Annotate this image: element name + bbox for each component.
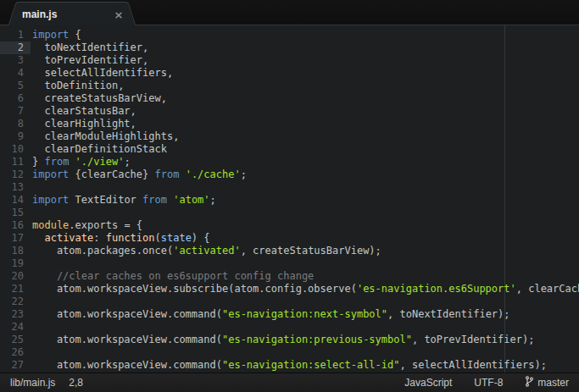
line-number[interactable]: 19 [0, 257, 31, 270]
grammar-selector[interactable]: JavaScript [404, 377, 452, 389]
code-text: atom.workspaceView.command("es-navigatio… [31, 359, 547, 372]
line-number[interactable]: 13 [0, 181, 31, 194]
line-number[interactable]: 20 [0, 270, 31, 283]
code-text: module.exports = { [31, 219, 142, 232]
code-text: activate: function(state) { [31, 232, 210, 245]
code-line[interactable]: 15 [0, 207, 579, 219]
code-text: clearDefinitionStack [31, 143, 167, 156]
cursor-position: 2,8 [69, 377, 83, 389]
code-text [31, 295, 32, 308]
code-text [31, 346, 32, 359]
code-line[interactable]: 26 [0, 346, 579, 359]
line-number[interactable]: 16 [0, 219, 31, 232]
line-number[interactable]: 1 [0, 29, 31, 41]
close-icon[interactable]: × [112, 8, 125, 20]
status-left: lib/main.js 2,8 [10, 377, 83, 389]
git-branch: master [525, 376, 569, 389]
line-number[interactable]: 14 [0, 194, 31, 207]
code-line[interactable]: 25 atom.workspaceView.command("es-naviga… [0, 334, 579, 346]
code-line[interactable]: 5 toDefinition, [0, 80, 579, 92]
code-line[interactable]: 8 clearHighlight, [0, 118, 579, 130]
line-number[interactable]: 11 [0, 156, 31, 168]
line-number[interactable]: 12 [0, 168, 31, 181]
code-line[interactable]: 19 [0, 257, 579, 270]
code-text: import { [31, 29, 81, 41]
line-number[interactable]: 22 [0, 295, 31, 308]
git-branch-icon [525, 376, 533, 389]
code-text [31, 207, 32, 219]
code-line[interactable]: 18 atom.packages.once('activated', creat… [0, 245, 579, 257]
code-text: import TextEditor from 'atom'; [31, 194, 216, 207]
line-number[interactable]: 5 [0, 80, 31, 92]
line-number[interactable]: 10 [0, 143, 31, 156]
code-line[interactable]: 10 clearDefinitionStack [0, 143, 579, 156]
code-text: atom.workspaceView.command("es-navigatio… [31, 334, 534, 346]
code-line[interactable]: 11} from './view'; [0, 156, 579, 168]
line-number[interactable]: 21 [0, 283, 31, 295]
code-text: toDefinition, [31, 80, 124, 92]
line-number[interactable]: 7 [0, 105, 31, 118]
tab-bar: main.js × [0, 0, 579, 25]
code-text: clearHighlight, [31, 118, 136, 130]
code-lines: 1import {2 toNextIdentifier,3 toPrevIden… [0, 29, 579, 372]
file-path: lib/main.js [10, 377, 55, 389]
code-line[interactable]: 13 [0, 181, 579, 194]
code-line[interactable]: 7 clearStatusBar, [0, 105, 579, 118]
tab-label: main.js [20, 8, 57, 20]
code-line[interactable]: 1import { [0, 29, 579, 41]
code-text: toPrevIdentifier, [31, 54, 148, 67]
code-line[interactable]: 6 createStatusBarView, [0, 92, 579, 105]
status-bar: lib/main.js 2,8 JavaScript UTF-8 master [0, 373, 579, 392]
code-editor[interactable]: 1import {2 toNextIdentifier,3 toPrevIden… [0, 25, 579, 373]
line-number[interactable]: 26 [0, 346, 31, 359]
line-number[interactable]: 8 [0, 118, 31, 130]
status-right: JavaScript UTF-8 master [404, 376, 569, 389]
code-line[interactable]: 2 toNextIdentifier, [0, 41, 579, 54]
code-line[interactable]: 9 clearModuleHighlights, [0, 130, 579, 143]
line-number[interactable]: 4 [0, 67, 31, 80]
code-text [31, 257, 32, 270]
code-line[interactable]: 17 activate: function(state) { [0, 232, 579, 245]
line-number[interactable]: 9 [0, 130, 31, 143]
code-text [31, 321, 32, 334]
code-text: createStatusBarView, [31, 92, 167, 105]
code-text: selectAllIdentifiers, [31, 67, 173, 80]
code-line[interactable]: 24 [0, 321, 579, 334]
code-text [31, 181, 32, 194]
tab-main-js[interactable]: main.js × [20, 2, 124, 25]
line-number[interactable]: 17 [0, 232, 31, 245]
code-text: atom.workspaceView.command("es-navigatio… [31, 308, 510, 321]
code-text: clearStatusBar, [31, 105, 136, 118]
line-number[interactable]: 15 [0, 207, 31, 219]
line-number[interactable]: 3 [0, 54, 31, 67]
line-number[interactable]: 6 [0, 92, 31, 105]
code-line[interactable]: 4 selectAllIdentifiers, [0, 67, 579, 80]
code-text: } from './view'; [31, 156, 131, 168]
code-text: clearModuleHighlights, [31, 130, 179, 143]
line-number[interactable]: 24 [0, 321, 31, 334]
line-number[interactable]: 18 [0, 245, 31, 257]
code-text: import {clearCache} from './cache'; [31, 168, 247, 181]
line-number[interactable]: 27 [0, 359, 31, 372]
code-line[interactable]: 3 toPrevIdentifier, [0, 54, 579, 67]
code-text: atom.packages.once('activated', createSt… [31, 245, 381, 257]
branch-name: master [537, 377, 569, 389]
code-line[interactable]: 23 atom.workspaceView.command("es-naviga… [0, 308, 579, 321]
code-line[interactable]: 12import {clearCache} from './cache'; [0, 168, 579, 181]
code-line[interactable]: 21 atom.workspaceView.subscribe(atom.con… [0, 283, 579, 295]
code-text: toNextIdentifier, [31, 41, 148, 54]
code-line[interactable]: 22 [0, 295, 579, 308]
code-line[interactable]: 14import TextEditor from 'atom'; [0, 194, 579, 207]
line-number[interactable]: 25 [0, 334, 31, 346]
line-number[interactable]: 23 [0, 308, 31, 321]
code-text: //clear caches on es6support config chan… [31, 270, 314, 283]
encoding-selector[interactable]: UTF-8 [474, 377, 503, 389]
code-text: atom.workspaceView.subscribe(atom.config… [31, 283, 579, 295]
code-line[interactable]: 20 //clear caches on es6support config c… [0, 270, 579, 283]
line-number[interactable]: 2 [0, 41, 31, 54]
code-line[interactable]: 16module.exports = { [0, 219, 579, 232]
code-line[interactable]: 27 atom.workspaceView.command("es-naviga… [0, 359, 579, 372]
